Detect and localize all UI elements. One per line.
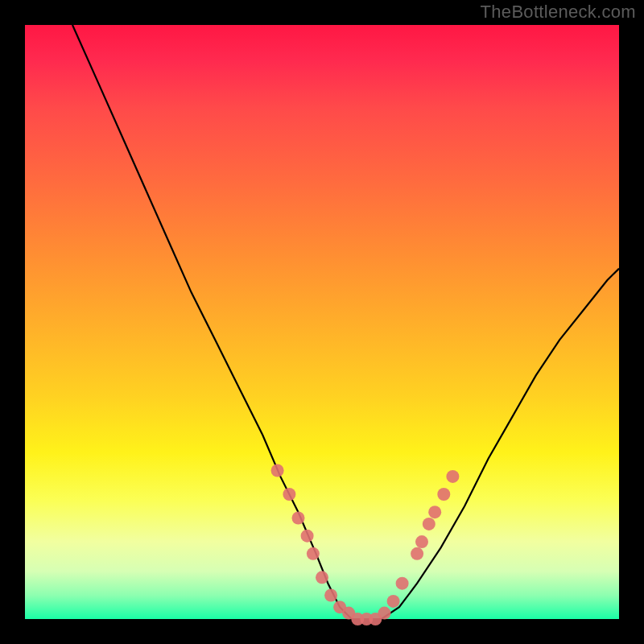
watermark-text: TheBottleneck.com [481, 2, 636, 23]
marker-group [271, 464, 460, 626]
curve-marker [387, 595, 400, 608]
curve-marker [415, 535, 428, 548]
curve-marker [411, 547, 423, 560]
curve-marker [437, 488, 450, 501]
chart-svg [25, 25, 619, 619]
curve-marker [307, 547, 320, 560]
curve-marker [316, 571, 328, 584]
curve-marker [423, 518, 436, 530]
chart-frame: TheBottleneck.com [0, 0, 644, 644]
curve-marker [378, 607, 391, 620]
curve-marker [446, 470, 459, 483]
curve-marker [301, 530, 314, 543]
curve-marker [396, 577, 409, 590]
chart-plot-area [25, 25, 619, 619]
bottleneck-curve-path [72, 25, 619, 619]
curve-marker [324, 589, 337, 602]
curve-marker [271, 464, 284, 477]
curve-marker [283, 488, 295, 501]
curve-marker [428, 506, 441, 518]
curve-marker [292, 512, 305, 525]
